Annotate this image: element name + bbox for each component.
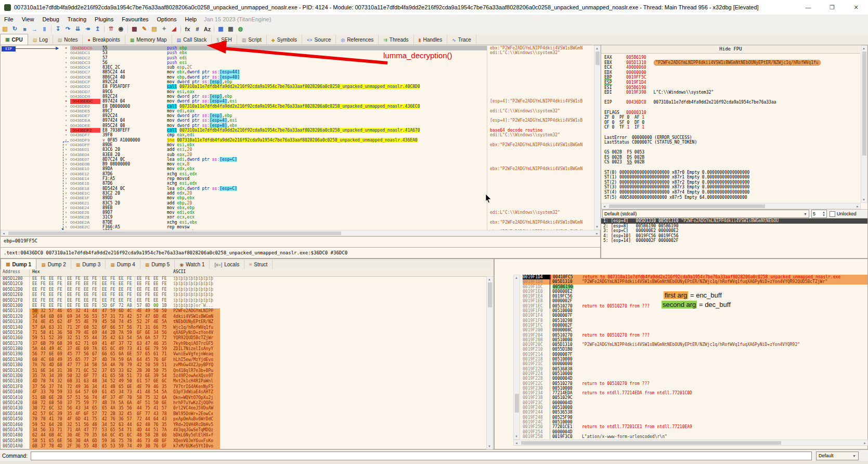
disasm-row[interactable]: ●00436DE589C7mov edi,eaxedi:L"C:\\Window… <box>1 109 593 113</box>
menu-item-help[interactable]: Help <box>180 16 201 22</box>
grid-icon[interactable]: ▦ <box>226 24 236 33</box>
disasm-row[interactable]: ●00436DE0E8 DB000000call 007310a11e7dfdb… <box>1 104 593 109</box>
arg-count-spinner[interactable]: 5 ▲▼ <box>811 210 827 218</box>
dump-row[interactable]: 005D1310503257466532414447596D4C4E495050… <box>1 308 486 314</box>
dump-tab-dump-1[interactable]: ▦Dump 1 <box>1 259 36 269</box>
disasm-row[interactable]: ●00436E0183C6 20add esi,20 <box>1 147 593 152</box>
disasm-row[interactable]: ●00436E1287D6xchg esi,edx <box>1 172 593 176</box>
disasm-row[interactable]: ●00436DC257push edi <box>1 56 593 60</box>
tab-references[interactable]: ◎References <box>336 35 379 45</box>
tab-notes[interactable]: ▤Notes <box>53 35 83 45</box>
disasm-row[interactable]: ●00436E0483E8 20sub eax,20 <box>1 152 593 157</box>
dump-row[interactable]: 005D13507158413650794E69442B7A596F6E3456… <box>1 330 486 336</box>
tab-memory-map[interactable]: ▦Memory Map <box>125 35 172 45</box>
breakpoint-icon[interactable]: ● <box>62 128 70 133</box>
stack-row[interactable]: 0019F2580019F3C0L"ation/x-www-form-urlen… <box>523 434 867 439</box>
instruction-dot-icon[interactable]: ● <box>62 80 70 84</box>
favourites-icon[interactable]: ✦ <box>159 24 169 33</box>
tab-cpu[interactable]: ▣CPU <box>0 34 28 45</box>
stack-row[interactable]: 0019F22000536838 <box>523 367 867 371</box>
instruction-dot-icon[interactable]: ● <box>62 133 70 137</box>
breakpoint-icon[interactable]: ● <box>62 99 70 104</box>
stack-horizontal-scrollbar[interactable]: ◄ ► <box>513 440 868 446</box>
step-out-icon[interactable]: ↥ <box>93 24 102 33</box>
stack-row[interactable]: 0019F1DC005B6190 <box>523 285 867 289</box>
instruction-dot-icon[interactable]: ● <box>62 56 70 60</box>
tab-seh[interactable]: §SEH <box>212 35 237 45</box>
stack-row[interactable]: 0019F22C00510270return to 00510270 from … <box>523 381 867 386</box>
dump-vertical-scrollbar[interactable]: ▲ ▼ <box>486 276 493 449</box>
disasm-row[interactable]: ●00436DC483EC 2Csub esp,2C <box>1 65 593 70</box>
hide-fpu-button[interactable]: Hide FPU <box>601 45 860 54</box>
dump-rows[interactable]: 005D12B0EEFEEEFEEEFEEEFEEEFEEEFEEEFEEEFE… <box>1 276 486 449</box>
instruction-dot-icon[interactable]: ● <box>62 104 70 109</box>
animate-over-icon[interactable]: ↠ <box>83 24 93 33</box>
registers-vertical-scrollbar[interactable]: ▲ ▼ <box>861 45 867 203</box>
argument-row[interactable]: 3: [esp+C] 000000E2 000000E2 <box>601 228 867 234</box>
dump-tab-dump-4[interactable]: ▦Dump 4 <box>106 260 140 269</box>
dump-row[interactable]: 005D1370376B796839627169414F377263474635… <box>1 341 486 346</box>
instruction-dot-icon[interactable]: ● <box>62 50 70 55</box>
dump-tab-watch-1[interactable]: ◉Watch 1 <box>175 260 210 269</box>
menu-item-debug[interactable]: Debug <box>38 16 63 22</box>
instruction-dot-icon[interactable]: ● <box>62 84 70 89</box>
step-into-icon[interactable]: ↧ <box>53 24 63 33</box>
dump-tab-struct[interactable]: ⌗Struct <box>244 260 273 269</box>
stack-row[interactable]: 0019F24C00510000 <box>523 420 867 424</box>
tab-log[interactable]: ▤Log <box>28 35 53 45</box>
disasm-row[interactable]: ●00436DD9892C24mov dword ptr ss:[esp],eb… <box>1 94 593 99</box>
tab-threads[interactable]: ⇉Threads <box>379 35 413 45</box>
notes-sticky-icon[interactable]: ▤ <box>149 24 159 33</box>
stack-row[interactable]: 0019F24000510000 <box>523 405 867 410</box>
menu-item-view[interactable]: View <box>18 16 38 22</box>
disasm-row[interactable]: ●00436E0BB9 08000000mov ecx,8 <box>1 162 593 166</box>
disasm-row[interactable]: ●00436DD789C6mov esi,eax <box>1 89 593 94</box>
stack-row[interactable]: 0019F1D8005D1310"P2WFe2ADGYmLNIPP4dkii4V… <box>523 279 867 284</box>
stack-row[interactable]: 0019F2280000004D <box>523 376 867 381</box>
dump-row[interactable]: 005D13805A44494C374E697A656C4973416E7959… <box>1 346 486 352</box>
eraser-icon[interactable]: ◢ <box>169 24 179 33</box>
calculator-icon[interactable]: ▦ <box>216 24 226 33</box>
hash-icon[interactable]: # <box>192 24 202 33</box>
stack-row[interactable]: 0019F2380051029C <box>523 395 867 400</box>
run-icon[interactable]: → <box>30 24 40 33</box>
stack-row[interactable]: 0019F23477214EDAreturn to ntdll.77214EDA… <box>523 391 867 395</box>
tab-trace[interactable]: ∿Trace <box>447 35 476 45</box>
stack-row[interactable]: 0019F1F800510298 <box>523 318 867 323</box>
stack-row[interactable]: 0019F24400536538 <box>523 410 867 415</box>
instruction-dot-icon[interactable]: ● <box>62 113 70 118</box>
dump-row[interactable]: 005D12B0EEFEEEFEEEFEEEFEEEFEEEFEEEFEEEFE… <box>1 276 486 281</box>
disasm-row[interactable]: ●00436DC356push esi <box>1 60 593 65</box>
stack-row[interactable]: 0019F1FC0000002F <box>523 323 867 328</box>
instruction-dot-icon[interactable]: ● <box>62 70 70 74</box>
stack-row[interactable]: 0019F2140000007F <box>523 352 867 357</box>
disasm-row[interactable]: ●00436E2831C9xor ecx,ecx <box>1 215 593 220</box>
stack-row[interactable]: 0019F20400510270return to 00510270 from … <box>523 333 867 338</box>
dump-row[interactable]: 005D1340576A6331712F68526F66575671316675… <box>1 325 486 330</box>
pause-icon[interactable]: ‖ <box>40 24 49 33</box>
unlocked-checkbox[interactable]: Unlocked <box>830 211 857 217</box>
disasm-row[interactable]: ●00436DFF89DEmov esi,ebxebx:"P2WFe2ADGYm… <box>1 143 593 147</box>
dump-row[interactable]: 005D12D0EEFEEEFEEEFEEEFEEEFEEEFEEEFEEEFE… <box>1 287 486 292</box>
dump-row[interactable]: 005D147034563371714A4777536554714D44517A… <box>1 428 486 433</box>
tab-symbols[interactable]: ◆Symbols <box>267 35 302 45</box>
instruction-dot-icon[interactable]: ● <box>62 94 70 99</box>
step-over-icon[interactable]: ↷ <box>63 24 73 33</box>
stack-row[interactable]: 0019F23C0000004D <box>523 401 867 405</box>
disasm-row[interactable]: ●00436E1C83C2 20add edx,20 <box>1 191 593 196</box>
disassembly-rows[interactable]: ●00436DC055push ebpebx:"P2WFe2ADGYmLNIPP… <box>1 46 593 230</box>
dump-row[interactable]: 005D13F03756377472493634414B656E4E794635… <box>1 384 486 390</box>
disasm-row[interactable]: ●00436DCB8B6C24 40mov ebp,dword ptr ss:[… <box>1 75 593 80</box>
tab-handles[interactable]: ▮Handles <box>414 35 448 45</box>
disassembly-vertical-scrollbar[interactable]: ▲ ▼ <box>594 45 601 230</box>
dump-row[interactable]: 005D14905851656E56304A6D5936757846734B6F… <box>1 439 486 444</box>
dump-tab-dump-2[interactable]: ▦Dump 2 <box>36 260 71 269</box>
disasm-row[interactable]: ●00436E1089DAmov edx,ebxebx:"P2WFe2ADGYm… <box>1 166 593 171</box>
stack-rows[interactable]: 0019F1D400410FC5return to 007310a11e7dfd… <box>523 275 867 440</box>
argument-row[interactable]: 5: [esp+14] 0000002F 0000002F <box>601 238 867 243</box>
instruction-dot-icon[interactable]: ● <box>62 123 70 128</box>
dump-row[interactable]: 005D13B07A764D68477734585A4A707942505951… <box>1 363 486 368</box>
disasm-row[interactable]: ●00436DF739F8cmp eax,ediedi:L"C:\\Window… <box>1 133 593 137</box>
disasm-row[interactable]: ●00436E2489EBmov ebx,ebp <box>1 205 593 210</box>
globe-icon[interactable]: ◍ <box>236 24 245 33</box>
